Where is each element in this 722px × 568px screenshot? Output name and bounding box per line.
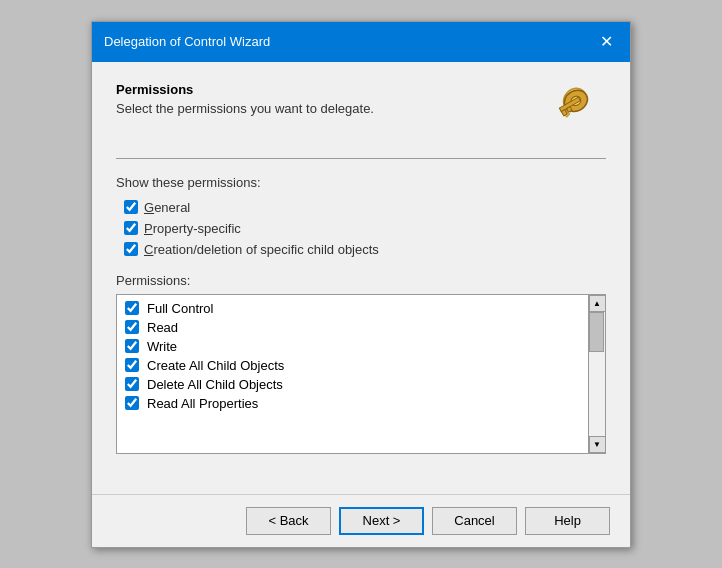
scroll-down-button[interactable]: ▼	[589, 436, 606, 453]
checkbox-creation-label: Creation/deletion of specific child obje…	[144, 242, 379, 257]
header-section: Permissions Select the permissions you w…	[116, 82, 606, 142]
help-button[interactable]: Help	[525, 507, 610, 535]
back-button[interactable]: < Back	[246, 507, 331, 535]
permissions-list-container: Full Control Read Write Create All Child…	[116, 294, 606, 454]
permission-full-control-label: Full Control	[147, 301, 213, 316]
permission-write-checkbox[interactable]	[125, 339, 139, 353]
checkbox-general-label: General	[144, 200, 190, 215]
header-text: Permissions Select the permissions you w…	[116, 82, 546, 116]
checkbox-general[interactable]: General	[124, 200, 606, 215]
checkbox-creation-deletion[interactable]: Creation/deletion of specific child obje…	[124, 242, 606, 257]
scroll-up-button[interactable]: ▲	[589, 295, 606, 312]
title-bar: Delegation of Control Wizard ✕	[92, 22, 630, 62]
permission-read[interactable]: Read	[117, 318, 588, 337]
permissions-list[interactable]: Full Control Read Write Create All Child…	[117, 295, 588, 453]
scroll-thumb[interactable]	[589, 312, 604, 352]
permission-read-checkbox[interactable]	[125, 320, 139, 334]
permission-read-all-checkbox[interactable]	[125, 396, 139, 410]
show-permissions-label: Show these permissions:	[116, 175, 606, 190]
cancel-button[interactable]: Cancel	[432, 507, 517, 535]
scroll-thumb-area[interactable]	[589, 312, 605, 436]
checkbox-property-input[interactable]	[124, 221, 138, 235]
content-area: Permissions Select the permissions you w…	[92, 62, 630, 494]
permission-delete-all-label: Delete All Child Objects	[147, 377, 283, 392]
header-title: Permissions	[116, 82, 546, 97]
dialog-title: Delegation of Control Wizard	[104, 34, 270, 49]
permissions-label: Permissions:	[116, 273, 606, 288]
permission-delete-all[interactable]: Delete All Child Objects	[117, 375, 588, 394]
permission-full-control-checkbox[interactable]	[125, 301, 139, 315]
permission-read-label: Read	[147, 320, 178, 335]
checkbox-general-input[interactable]	[124, 200, 138, 214]
next-button[interactable]: Next >	[339, 507, 424, 535]
permission-full-control[interactable]: Full Control	[117, 299, 588, 318]
permission-read-all-label: Read All Properties	[147, 396, 258, 411]
permission-read-all-properties[interactable]: Read All Properties	[117, 394, 588, 413]
section-divider	[116, 158, 606, 159]
checkbox-creation-input[interactable]	[124, 242, 138, 256]
permission-create-all-checkbox[interactable]	[125, 358, 139, 372]
permission-create-all[interactable]: Create All Child Objects	[117, 356, 588, 375]
permission-delete-all-checkbox[interactable]	[125, 377, 139, 391]
show-permissions-checkboxes: General Property-specific Creation/delet…	[124, 200, 606, 257]
permission-write-label: Write	[147, 339, 177, 354]
scrollbar[interactable]: ▲ ▼	[588, 295, 605, 453]
permission-create-all-label: Create All Child Objects	[147, 358, 284, 373]
key-icon	[546, 82, 606, 142]
delegation-wizard-dialog: Delegation of Control Wizard ✕ Permissio…	[91, 21, 631, 548]
close-button[interactable]: ✕	[594, 30, 618, 54]
checkbox-property-label: Property-specific	[144, 221, 241, 236]
dialog-footer: < Back Next > Cancel Help	[92, 494, 630, 547]
checkbox-property-specific[interactable]: Property-specific	[124, 221, 606, 236]
header-subtitle: Select the permissions you want to deleg…	[116, 101, 546, 116]
permission-write[interactable]: Write	[117, 337, 588, 356]
